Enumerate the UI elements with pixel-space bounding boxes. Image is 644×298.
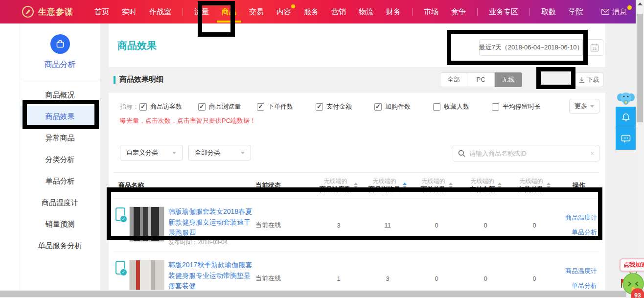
nav-divider (529, 8, 530, 16)
col-header-status: 当前状态 (255, 181, 314, 190)
filter-item-cart[interactable]: 加购件数 (374, 102, 433, 111)
nav-item-bizzone[interactable]: 业务专区 (489, 0, 518, 23)
horizontal-scrollbar[interactable] (0, 290, 636, 298)
page-title: 商品效果 (117, 39, 157, 52)
nav-item-data[interactable]: 取数 (541, 0, 556, 23)
main-content: 商品效果 最近7天（2018-06-04~2018-06-10） 15 商品效果… (109, 23, 605, 298)
table-header-row: 商品名称 当前状态 无线端的 商品访客数 无线端的 商品浏览量 (114, 173, 599, 198)
nav-item-home[interactable]: 首页 (94, 0, 109, 23)
chevron-down-icon (172, 152, 176, 154)
filter-item-orders[interactable]: 下单件数 (257, 102, 316, 111)
thermometer-link[interactable]: 商品温度计 (565, 267, 597, 275)
floating-button-bar (616, 107, 636, 150)
nav-item-competition[interactable]: 竞争 (451, 0, 466, 23)
search-icon (458, 150, 465, 157)
payment-cell: 0 (461, 222, 510, 229)
tab-pc[interactable]: PC (467, 72, 495, 87)
product-title-link[interactable]: 韩版2017秋季新款瑜伽服套装健身服专业运动带胸垫显瘦套装健 (168, 260, 255, 292)
date-range-button[interactable]: 最近7天（2018-06-04~2018-06-10） (479, 39, 583, 56)
download-button[interactable]: 下载 (575, 72, 603, 87)
thermometer-link[interactable]: 商品温度计 (565, 213, 597, 222)
filter-item-stay-duration[interactable]: 平均停留时长 (492, 102, 551, 111)
nav-message[interactable]: 消息 (601, 7, 627, 17)
product-image[interactable] (129, 206, 164, 242)
badge-number: 93 (634, 292, 641, 298)
filter-item-visitors[interactable]: 商品访客数 (139, 102, 198, 111)
mobile-verified-icon (115, 207, 125, 221)
col-header-orders[interactable]: 无线端的 下单件数 (412, 177, 461, 194)
sidebar-item-category-analysis[interactable]: 分类分析 (20, 149, 100, 170)
nav-item-market[interactable]: 市场 (424, 0, 438, 23)
filter-item-views[interactable]: 商品浏览量 (198, 102, 257, 111)
filter-checkbox-0[interactable] (139, 103, 147, 111)
sidebar-item-abnormal-products[interactable]: 异常商品 (20, 127, 100, 149)
nav-item-traffic[interactable]: 流量 (194, 0, 209, 23)
custom-category-select[interactable]: 自定义分类 (120, 145, 183, 160)
vertical-scrollbar[interactable] (636, 0, 644, 298)
feedback-chat-button[interactable] (616, 128, 636, 150)
filter-label: 指标： (120, 102, 139, 111)
nav-item-finance[interactable]: 财务 (386, 0, 401, 23)
product-search: × (453, 145, 599, 161)
chevron-down-icon (590, 105, 594, 108)
nav-item-marketing[interactable]: 营销 (331, 0, 346, 23)
vertical-scrollbar-thumb[interactable] (637, 14, 643, 122)
orders-cell: 0 (412, 275, 461, 282)
nav-item-service[interactable]: 服务 (304, 0, 319, 23)
all-category-select[interactable]: 全部分类 (188, 145, 251, 160)
tab-wireless[interactable]: 无线 (495, 72, 522, 87)
filter-checkbox-6[interactable] (492, 103, 499, 111)
sort-icon[interactable] (449, 183, 453, 188)
calendar-button[interactable]: 15 (586, 39, 603, 56)
filter-checkbox-1[interactable] (198, 103, 206, 111)
filter-item-favorites[interactable]: 收藏人数 (433, 102, 492, 111)
sort-icon[interactable] (498, 183, 502, 188)
nav-item-realtime[interactable]: 实时 (122, 0, 137, 23)
col-header-views[interactable]: 无线端的 商品浏览量 (363, 177, 412, 194)
filter-checkbox-4[interactable] (374, 103, 382, 111)
filter-item-payment[interactable]: 支付金额 (316, 102, 374, 111)
view-tab-group: 全部 PC 无线 (440, 72, 522, 87)
sidebar: 商品分析 商品概况 商品效果 异常商品 分类分析 单品分析 商品温度计 销量预测… (0, 23, 100, 290)
orders-cell: 0 (412, 222, 461, 229)
sidebar-panel: 商品分析 商品概况 商品效果 异常商品 分类分析 单品分析 商品温度计 销量预测… (20, 23, 100, 290)
clear-search-icon[interactable]: × (590, 150, 594, 157)
col-header-payment[interactable]: 无线端的 支付金额 (461, 177, 510, 194)
col-header-cart[interactable]: 无线端的 加购件数 (510, 177, 559, 194)
more-button[interactable]: 更多 (569, 99, 599, 114)
nav-item-college[interactable]: 学院 (569, 0, 583, 23)
sort-icon[interactable] (547, 183, 551, 188)
speed-up-bubble[interactable]: 点我加速 (620, 258, 644, 272)
sidebar-item-sales-forecast[interactable]: 销量预测 (20, 213, 100, 235)
nav-item-warroom[interactable]: 作战室 (149, 0, 171, 23)
single-analysis-link[interactable]: 单品分析 (572, 281, 597, 290)
brand[interactable]: 生意参谋 (22, 5, 73, 18)
sort-icon-active[interactable] (403, 183, 407, 188)
search-input[interactable] (469, 150, 590, 157)
single-analysis-link[interactable]: 单品分析 (572, 228, 597, 237)
views-cell: 3 (363, 275, 412, 282)
horizontal-scrollbar-thumb[interactable] (0, 291, 626, 297)
elephant-mascot-icon (617, 91, 637, 108)
notification-bell-button[interactable] (616, 107, 636, 128)
sort-icon[interactable] (354, 183, 358, 188)
sidebar-item-single-product-service[interactable]: 单品服务分析 (20, 235, 100, 256)
sidebar-item-product-overview[interactable]: 商品概况 (20, 84, 100, 106)
nav-item-trade[interactable]: 交易 (249, 0, 264, 23)
col-header-visitors[interactable]: 无线端的 商品访客数 (314, 177, 363, 194)
tab-all[interactable]: 全部 (440, 72, 467, 87)
filter-checkbox-5[interactable] (433, 103, 440, 111)
scrollbar-up-arrow[interactable] (638, 2, 643, 5)
filter-checkbox-2[interactable] (257, 103, 264, 111)
sidebar-item-single-product-analysis[interactable]: 单品分析 (20, 170, 100, 192)
nav-item-logistics[interactable]: 物流 (359, 0, 373, 23)
sidebar-item-product-effect[interactable]: 商品效果 (20, 106, 100, 127)
chat-icon (621, 135, 631, 143)
envelope-icon (601, 9, 609, 15)
sidebar-item-product-thermometer[interactable]: 商品温度计 (20, 192, 100, 213)
nav-item-product[interactable]: 商品 (222, 0, 236, 23)
nav-item-content[interactable]: 内容 (276, 0, 291, 23)
cart-cell: 0 (510, 222, 559, 229)
filter-checkbox-3[interactable] (316, 103, 323, 111)
product-title-link[interactable]: 韩版瑜伽服套装女2018春夏新款健身服女运动套装速干晨跑服四 (168, 206, 255, 238)
